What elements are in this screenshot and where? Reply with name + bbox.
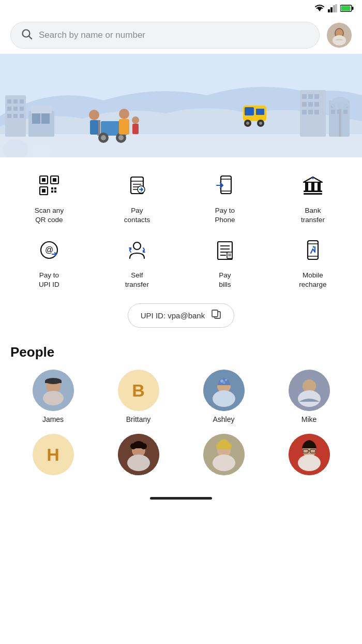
person-name-james: James bbox=[42, 415, 64, 423]
home-indicator-bar bbox=[150, 497, 212, 500]
svg-rect-67 bbox=[132, 124, 139, 134]
home-indicator bbox=[0, 490, 362, 505]
person-5[interactable] bbox=[96, 434, 181, 479]
svg-rect-91 bbox=[311, 182, 314, 191]
person-name-mike: Mike bbox=[301, 415, 317, 423]
svg-rect-17 bbox=[7, 99, 11, 104]
svg-rect-75 bbox=[42, 189, 46, 193]
search-placeholder-text: Search by name or number bbox=[39, 30, 145, 40]
svg-rect-92 bbox=[318, 182, 321, 191]
person-avatar-ashley bbox=[203, 370, 245, 411]
svg-rect-77 bbox=[54, 187, 56, 189]
svg-rect-28 bbox=[32, 113, 40, 124]
svg-rect-73 bbox=[53, 178, 56, 182]
status-bar bbox=[0, 0, 362, 17]
person-ashley[interactable]: Ashley bbox=[181, 370, 266, 423]
upi-id-bar[interactable]: UPI ID: vpa@bank bbox=[128, 303, 234, 328]
svg-rect-21 bbox=[13, 107, 18, 111]
pay-contacts-icon bbox=[122, 170, 153, 201]
svg-point-122 bbox=[225, 379, 227, 381]
svg-point-53 bbox=[246, 122, 249, 125]
svg-point-129 bbox=[127, 455, 150, 471]
svg-point-137 bbox=[298, 455, 321, 471]
svg-rect-93 bbox=[304, 191, 322, 192]
svg-text:@: @ bbox=[45, 245, 53, 254]
people-section: People James B Brittany bbox=[0, 340, 362, 490]
svg-rect-50 bbox=[245, 107, 254, 115]
pay-phone-label: Pay toPhone bbox=[215, 206, 235, 224]
svg-point-130 bbox=[130, 443, 137, 449]
svg-rect-33 bbox=[314, 94, 319, 99]
svg-point-131 bbox=[141, 443, 147, 449]
action-mobile-recharge[interactable]: Mobilerecharge bbox=[269, 235, 357, 289]
person-7[interactable] bbox=[266, 434, 352, 479]
search-icon bbox=[21, 28, 33, 42]
person-avatar-5 bbox=[118, 434, 159, 475]
svg-rect-6 bbox=[352, 7, 354, 10]
svg-rect-46 bbox=[343, 110, 348, 114]
svg-rect-23 bbox=[7, 114, 11, 118]
svg-point-120 bbox=[213, 390, 235, 407]
svg-rect-78 bbox=[51, 191, 53, 193]
pay-contacts-label: Paycontacts bbox=[124, 206, 150, 224]
user-avatar[interactable] bbox=[327, 23, 352, 48]
pay-bills-label: Paybills bbox=[219, 271, 231, 289]
svg-line-9 bbox=[29, 36, 32, 39]
self-transfer-label: Selftransfer bbox=[125, 271, 149, 289]
mobile-recharge-icon bbox=[297, 235, 328, 266]
battery-icon bbox=[340, 5, 354, 14]
svg-rect-20 bbox=[7, 107, 11, 111]
search-bar-row: Search by name or number bbox=[0, 17, 362, 54]
people-grid: James B Brittany bbox=[10, 370, 352, 479]
svg-point-98 bbox=[133, 242, 141, 250]
person-h[interactable]: H bbox=[10, 434, 96, 479]
search-bar[interactable]: Search by name or number bbox=[10, 22, 320, 49]
svg-point-55 bbox=[259, 122, 262, 125]
people-title: People bbox=[10, 344, 352, 360]
action-pay-contacts[interactable]: Paycontacts bbox=[93, 170, 181, 224]
person-avatar-james bbox=[33, 370, 74, 411]
svg-rect-44 bbox=[331, 110, 335, 114]
svg-rect-36 bbox=[314, 102, 319, 107]
action-self-transfer[interactable]: Selftransfer bbox=[93, 235, 181, 289]
svg-rect-32 bbox=[308, 94, 313, 99]
svg-rect-39 bbox=[314, 110, 319, 114]
svg-rect-31 bbox=[302, 94, 307, 99]
upi-bar-row: UPI ID: vpa@bank bbox=[0, 294, 362, 340]
person-6[interactable] bbox=[181, 434, 266, 479]
person-avatar-6 bbox=[203, 434, 245, 475]
svg-point-123 bbox=[222, 382, 225, 384]
pay-upi-label: Pay toUPI ID bbox=[39, 271, 59, 289]
self-transfer-icon bbox=[122, 235, 153, 266]
svg-point-59 bbox=[101, 135, 106, 140]
svg-rect-35 bbox=[308, 102, 313, 107]
svg-rect-65 bbox=[119, 119, 129, 135]
action-pay-upi[interactable]: @ Pay toUPI ID bbox=[5, 235, 93, 289]
action-pay-phone[interactable]: Pay toPhone bbox=[181, 170, 269, 224]
svg-point-62 bbox=[89, 110, 99, 120]
svg-rect-51 bbox=[256, 109, 264, 115]
svg-rect-63 bbox=[90, 120, 98, 135]
svg-point-134 bbox=[213, 455, 235, 471]
svg-rect-3 bbox=[333, 5, 335, 12]
svg-rect-104 bbox=[227, 252, 232, 258]
svg-rect-27 bbox=[31, 106, 52, 113]
person-james[interactable]: James bbox=[10, 370, 96, 423]
svg-rect-38 bbox=[308, 110, 313, 114]
bank-transfer-label: Banktransfer bbox=[301, 206, 325, 224]
person-mike[interactable]: Mike bbox=[266, 370, 352, 423]
person-brittany[interactable]: B Brittany bbox=[96, 370, 181, 423]
svg-rect-25 bbox=[20, 114, 24, 118]
svg-point-48 bbox=[330, 97, 349, 109]
action-scan-qr[interactable]: Scan anyQR code bbox=[5, 170, 93, 224]
person-name-ashley: Ashley bbox=[213, 415, 234, 423]
action-bank-transfer[interactable]: Banktransfer bbox=[269, 170, 357, 224]
scan-qr-label: Scan anyQR code bbox=[35, 206, 64, 224]
copy-icon[interactable] bbox=[211, 309, 221, 322]
svg-rect-71 bbox=[42, 178, 46, 182]
action-pay-bills[interactable]: Paybills bbox=[181, 235, 269, 289]
svg-rect-79 bbox=[54, 191, 56, 193]
svg-rect-112 bbox=[212, 310, 218, 317]
svg-rect-29 bbox=[41, 113, 50, 124]
svg-point-64 bbox=[119, 109, 129, 119]
